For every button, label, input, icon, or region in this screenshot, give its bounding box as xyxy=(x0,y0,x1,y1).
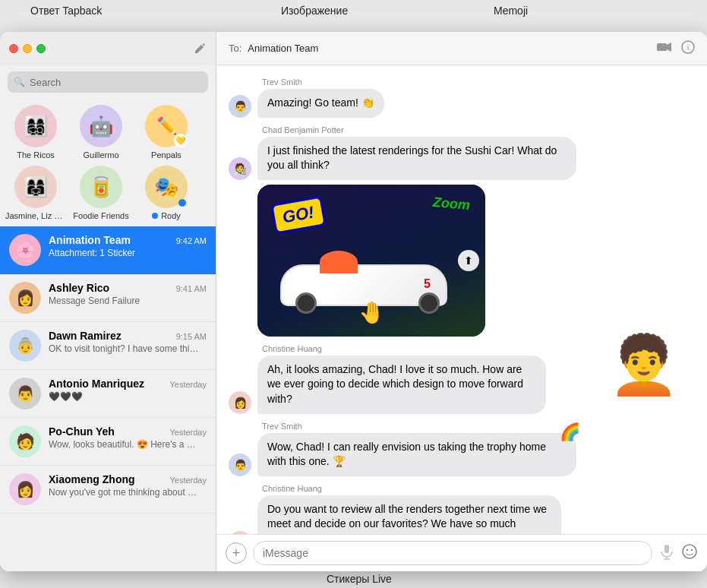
message-group-trev-2: Trev Smith 👨 Wow, Chad! I can really env… xyxy=(229,422,695,476)
pinned-contact-penpals[interactable]: ✏️ 💛 Penpals xyxy=(135,105,197,160)
to-label: To: xyxy=(229,43,241,54)
app-window: 🔍 Search 👩‍👩‍👧‍👦 The Ricos 🤖 Guillermo ✏… xyxy=(0,32,707,571)
search-input[interactable]: Search xyxy=(30,77,61,88)
sender-christine-2: Christine Huang xyxy=(229,484,695,493)
msg-avatar-chad: 🧑‍🎨 xyxy=(229,157,251,180)
svg-point-8 xyxy=(686,548,688,550)
pinned-contact-the-ricos[interactable]: 👩‍👩‍👧‍👦 The Ricos xyxy=(5,105,67,160)
conv-preview-antonio-manriquez: 🖤🖤🖤 xyxy=(49,391,200,402)
rainbow-reaction: 🌈 xyxy=(560,421,580,444)
penpals-badge: 💛 xyxy=(174,134,188,147)
svg-rect-0 xyxy=(657,43,667,51)
message-group-christine-2: Christine Huang 👩 Do you want to review … xyxy=(229,484,695,534)
message-group-christine-1: Christine Huang 👩 Ah, it looks amazing, … xyxy=(229,344,695,414)
msg-bubble-chad-text: I just finished the latest renderings fo… xyxy=(257,137,576,180)
msg-row-trev-1: 👨 Amazing! Go team! 👏 xyxy=(229,89,695,118)
msg-row-chad-image: GO! Zoom 5 xyxy=(229,185,695,337)
message-input[interactable] xyxy=(253,541,652,565)
conv-avatar-animation-team: 🌸 xyxy=(9,234,41,266)
pinned-name-penpals: Penpals xyxy=(151,150,181,160)
annotation-live-stickers: Стикеры Live xyxy=(327,573,392,585)
emoji-button[interactable] xyxy=(681,543,698,564)
conv-item-ashley-rico[interactable]: 👩 Ashley Rico 9:41 AM Message Send Failu… xyxy=(0,274,216,322)
conv-time-xiaomeng-zhong: Yesterday xyxy=(169,476,207,485)
conv-name-animation-team: Animation Team xyxy=(49,234,131,246)
search-bar[interactable]: 🔍 Search xyxy=(8,71,208,93)
msg-bubble-trev-2: Wow, Chad! I can really envision us taki… xyxy=(257,433,576,476)
conv-preview-dawn-ramirez: OK to visit tonight? I have some things … xyxy=(49,343,200,354)
conv-time-ashley-rico: 9:41 AM xyxy=(176,284,207,293)
conv-content-dawn-ramirez: Dawn Ramirez 9:15 AM OK to visit tonight… xyxy=(49,330,207,354)
sidebar: 🔍 Search 👩‍👩‍👧‍👦 The Ricos 🤖 Guillermo ✏… xyxy=(0,32,216,571)
conversation-list: 🌸 Animation Team 9:42 AM Attachment: 1 S… xyxy=(0,226,216,571)
sushi-car-image: GO! Zoom 5 xyxy=(257,185,485,337)
audio-record-button[interactable] xyxy=(658,543,675,564)
conv-preview-animation-team: Attachment: 1 Sticker xyxy=(49,248,200,258)
annotation-tapback: Ответ Tapback xyxy=(30,5,102,17)
pinned-name-guillermo: Guillermo xyxy=(83,150,118,160)
recipient-name: Animation Team xyxy=(248,43,651,54)
sidebar-titlebar xyxy=(0,32,216,65)
maximize-button[interactable] xyxy=(36,44,46,53)
avatar-foodie-friends: 🥫 xyxy=(80,166,122,208)
msg-bubble-christine-2: Do you want to review all the renders to… xyxy=(257,495,561,534)
svg-point-9 xyxy=(691,548,693,550)
conv-time-animation-team: 9:42 AM xyxy=(176,236,207,245)
compose-button[interactable] xyxy=(193,42,207,55)
pinned-name-rody: Rody xyxy=(152,211,181,220)
video-call-button[interactable] xyxy=(657,42,672,55)
conv-content-antonio-manriquez: Antonio Manriquez Yesterday 🖤🖤🖤 xyxy=(49,378,207,402)
conv-name-po-chun-yeh: Po-Chun Yeh xyxy=(49,425,115,438)
close-button[interactable] xyxy=(9,44,18,53)
pinned-contacts-row2: 👩‍👩‍👧 Jasmine, Liz &... 🥫 Foodie Friends… xyxy=(0,163,216,226)
conv-avatar-dawn-ramirez: 👵 xyxy=(9,330,41,362)
conv-name-ashley-rico: Ashley Rico xyxy=(49,282,109,294)
avatar-guillermo: 🤖 xyxy=(80,105,122,147)
add-button[interactable]: + xyxy=(226,542,247,564)
conv-avatar-antonio-manriquez: 👨 xyxy=(9,378,41,409)
pinned-name-jasmine: Jasmine, Liz &... xyxy=(5,211,66,220)
message-group-chad: Chad Benjamin Potter 🧑‍🎨 I just finished… xyxy=(229,125,695,337)
msg-avatar-trev-1: 👨 xyxy=(229,95,251,118)
conv-item-antonio-manriquez[interactable]: 👨 Antonio Manriquez Yesterday 🖤🖤🖤 xyxy=(0,370,216,418)
conv-item-xiaomeng-zhong[interactable]: 👩 Xiaomeng Zhong Yesterday Now you've go… xyxy=(0,466,216,514)
conv-preview-po-chun-yeh: Wow, looks beautiful. 😍 Here's a photo o… xyxy=(49,439,200,450)
avatar-penpals: ✏️ 💛 xyxy=(145,105,188,147)
input-area: + xyxy=(216,534,707,571)
pinned-contact-jasmine[interactable]: 👩‍👩‍👧 Jasmine, Liz &... xyxy=(5,166,67,220)
conv-item-animation-team[interactable]: 🌸 Animation Team 9:42 AM Attachment: 1 S… xyxy=(0,226,216,274)
conv-preview-xiaomeng-zhong: Now you've got me thinking about my next… xyxy=(49,487,200,498)
sender-chad: Chad Benjamin Potter xyxy=(229,125,695,134)
msg-row-christine-2: 👩 Do you want to review all the renders … xyxy=(229,495,695,534)
conv-item-po-chun-yeh[interactable]: 🧑 Po-Chun Yeh Yesterday Wow, looks beaut… xyxy=(0,418,216,466)
pinned-contact-guillermo[interactable]: 🤖 Guillermo xyxy=(70,105,132,160)
pinned-contact-rody[interactable]: 🎭 Rody xyxy=(135,166,197,220)
rody-dot xyxy=(178,199,186,207)
conv-time-antonio-manriquez: Yesterday xyxy=(169,380,207,389)
svg-point-7 xyxy=(683,545,696,558)
svg-text:i: i xyxy=(687,43,689,52)
svg-marker-1 xyxy=(667,43,671,52)
chat-panel: To: Animation Team i xyxy=(216,32,707,571)
conv-name-dawn-ramirez: Dawn Ramirez xyxy=(49,330,122,342)
chat-titlebar: To: Animation Team i xyxy=(216,32,707,65)
messages-area: Trev Smith 👨 Amazing! Go team! 👏 Chad Be… xyxy=(216,65,707,534)
chat-actions: i xyxy=(657,40,695,57)
conv-time-dawn-ramirez: 9:15 AM xyxy=(176,332,207,341)
pinned-contact-foodie-friends[interactable]: 🥫 Foodie Friends xyxy=(70,166,132,220)
msg-row-chad-text: 🧑‍🎨 I just finished the latest rendering… xyxy=(229,137,695,180)
sushi-car-scene: GO! Zoom 5 xyxy=(257,185,485,337)
minimize-button[interactable] xyxy=(23,44,32,53)
car-number: 5 xyxy=(424,277,431,291)
conv-name-xiaomeng-zhong: Xiaomeng Zhong xyxy=(49,473,135,485)
share-button[interactable]: ⬆ xyxy=(458,250,479,271)
info-button[interactable]: i xyxy=(681,40,695,57)
conv-time-po-chun-yeh: Yesterday xyxy=(169,428,207,437)
message-group-trev-1: Trev Smith 👨 Amazing! Go team! 👏 xyxy=(229,77,695,118)
zoom-sticker: Zoom xyxy=(432,194,471,213)
svg-rect-4 xyxy=(664,545,669,553)
conv-content-ashley-rico: Ashley Rico 9:41 AM Message Send Failure xyxy=(49,282,207,306)
conv-item-dawn-ramirez[interactable]: 👵 Dawn Ramirez 9:15 AM OK to visit tonig… xyxy=(0,322,216,370)
msg-avatar-trev-2: 👨 xyxy=(229,454,251,476)
traffic-lights xyxy=(9,44,46,53)
